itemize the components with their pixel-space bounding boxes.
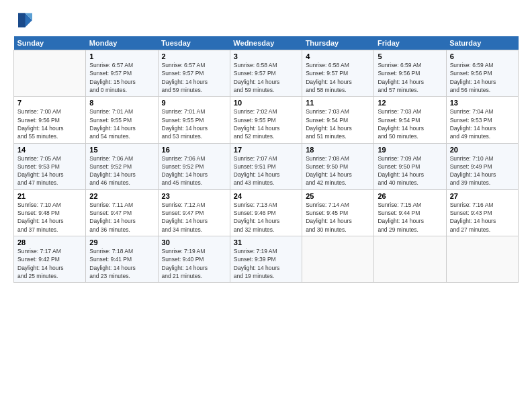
day-number: 2 bbox=[162, 52, 226, 60]
day-info: Sunrise: 7:14 AM Sunset: 9:45 PM Dayligh… bbox=[306, 201, 370, 234]
day-info: Sunrise: 7:04 AM Sunset: 9:53 PM Dayligh… bbox=[450, 107, 515, 140]
svg-marker-1 bbox=[18, 13, 26, 28]
day-number: 24 bbox=[234, 192, 298, 200]
calendar-cell: 2Sunrise: 6:57 AM Sunset: 9:57 PM Daylig… bbox=[158, 50, 230, 97]
header bbox=[13, 11, 519, 30]
calendar-cell: 27Sunrise: 7:16 AM Sunset: 9:43 PM Dayli… bbox=[446, 189, 518, 236]
day-info: Sunrise: 7:17 AM Sunset: 9:42 PM Dayligh… bbox=[17, 247, 82, 280]
day-info: Sunrise: 6:58 AM Sunset: 9:57 PM Dayligh… bbox=[306, 61, 370, 94]
day-info: Sunrise: 7:02 AM Sunset: 9:55 PM Dayligh… bbox=[234, 107, 298, 140]
day-info: Sunrise: 6:59 AM Sunset: 9:56 PM Dayligh… bbox=[450, 61, 515, 94]
day-number: 9 bbox=[162, 99, 226, 107]
day-info: Sunrise: 7:00 AM Sunset: 9:56 PM Dayligh… bbox=[17, 107, 82, 140]
calendar-cell: 3Sunrise: 6:58 AM Sunset: 9:57 PM Daylig… bbox=[230, 50, 302, 97]
col-header-saturday: Saturday bbox=[446, 36, 518, 50]
calendar-cell: 18Sunrise: 7:08 AM Sunset: 9:50 PM Dayli… bbox=[302, 143, 374, 189]
calendar-cell: 19Sunrise: 7:09 AM Sunset: 9:50 PM Dayli… bbox=[374, 143, 446, 189]
day-info: Sunrise: 7:03 AM Sunset: 9:54 PM Dayligh… bbox=[378, 107, 442, 140]
calendar-cell: 9Sunrise: 7:01 AM Sunset: 9:55 PM Daylig… bbox=[158, 97, 230, 143]
calendar-cell: 30Sunrise: 7:19 AM Sunset: 9:40 PM Dayli… bbox=[158, 236, 230, 283]
calendar-cell: 21Sunrise: 7:10 AM Sunset: 9:48 PM Dayli… bbox=[14, 189, 86, 236]
calendar-cell: 5Sunrise: 6:59 AM Sunset: 9:56 PM Daylig… bbox=[374, 50, 446, 97]
day-number: 17 bbox=[234, 146, 298, 154]
day-number: 15 bbox=[89, 146, 154, 154]
calendar-cell: 20Sunrise: 7:10 AM Sunset: 9:49 PM Dayli… bbox=[446, 143, 518, 189]
calendar-cell: 25Sunrise: 7:14 AM Sunset: 9:45 PM Dayli… bbox=[302, 189, 374, 236]
day-info: Sunrise: 7:16 AM Sunset: 9:43 PM Dayligh… bbox=[450, 201, 515, 234]
day-info: Sunrise: 7:18 AM Sunset: 9:41 PM Dayligh… bbox=[89, 247, 154, 280]
col-header-thursday: Thursday bbox=[302, 36, 374, 50]
calendar-table: SundayMondayTuesdayWednesdayThursdayFrid… bbox=[13, 36, 519, 283]
calendar-cell bbox=[14, 50, 86, 97]
logo bbox=[13, 11, 35, 30]
day-info: Sunrise: 6:57 AM Sunset: 9:57 PM Dayligh… bbox=[162, 61, 226, 94]
day-info: Sunrise: 7:15 AM Sunset: 9:44 PM Dayligh… bbox=[378, 201, 442, 234]
day-info: Sunrise: 7:07 AM Sunset: 9:51 PM Dayligh… bbox=[234, 154, 298, 187]
day-info: Sunrise: 7:11 AM Sunset: 9:47 PM Dayligh… bbox=[89, 201, 154, 234]
day-info: Sunrise: 6:59 AM Sunset: 9:56 PM Dayligh… bbox=[378, 61, 442, 94]
week-row-4: 21Sunrise: 7:10 AM Sunset: 9:48 PM Dayli… bbox=[14, 189, 519, 236]
day-number: 25 bbox=[306, 192, 370, 200]
day-number: 13 bbox=[450, 99, 515, 107]
day-info: Sunrise: 6:57 AM Sunset: 9:57 PM Dayligh… bbox=[89, 61, 154, 94]
day-info: Sunrise: 7:05 AM Sunset: 9:53 PM Dayligh… bbox=[17, 154, 82, 187]
day-info: Sunrise: 7:19 AM Sunset: 9:40 PM Dayligh… bbox=[162, 247, 226, 280]
day-number: 16 bbox=[162, 146, 226, 154]
calendar-cell: 7Sunrise: 7:00 AM Sunset: 9:56 PM Daylig… bbox=[14, 97, 86, 143]
day-number: 10 bbox=[234, 99, 298, 107]
day-info: Sunrise: 7:13 AM Sunset: 9:46 PM Dayligh… bbox=[234, 201, 298, 234]
day-number: 19 bbox=[378, 146, 442, 154]
calendar-cell bbox=[302, 236, 374, 283]
page: SundayMondayTuesdayWednesdayThursdayFrid… bbox=[0, 0, 532, 411]
calendar-cell: 22Sunrise: 7:11 AM Sunset: 9:47 PM Dayli… bbox=[86, 189, 158, 236]
calendar-cell: 1Sunrise: 6:57 AM Sunset: 9:57 PM Daylig… bbox=[86, 50, 158, 97]
calendar-cell: 14Sunrise: 7:05 AM Sunset: 9:53 PM Dayli… bbox=[14, 143, 86, 189]
day-info: Sunrise: 7:01 AM Sunset: 9:55 PM Dayligh… bbox=[89, 107, 154, 140]
day-info: Sunrise: 7:09 AM Sunset: 9:50 PM Dayligh… bbox=[378, 154, 442, 187]
day-number: 28 bbox=[17, 238, 82, 246]
day-number: 1 bbox=[89, 52, 154, 60]
calendar-cell: 12Sunrise: 7:03 AM Sunset: 9:54 PM Dayli… bbox=[374, 97, 446, 143]
week-row-5: 28Sunrise: 7:17 AM Sunset: 9:42 PM Dayli… bbox=[14, 236, 519, 283]
col-header-monday: Monday bbox=[86, 36, 158, 50]
day-number: 30 bbox=[162, 238, 226, 246]
calendar-cell: 15Sunrise: 7:06 AM Sunset: 9:52 PM Dayli… bbox=[86, 143, 158, 189]
col-header-friday: Friday bbox=[374, 36, 446, 50]
day-info: Sunrise: 7:12 AM Sunset: 9:47 PM Dayligh… bbox=[162, 201, 226, 234]
day-number: 29 bbox=[89, 238, 154, 246]
day-number: 11 bbox=[306, 99, 370, 107]
day-number: 23 bbox=[162, 192, 226, 200]
calendar-cell bbox=[446, 236, 518, 283]
calendar-cell: 16Sunrise: 7:06 AM Sunset: 9:52 PM Dayli… bbox=[158, 143, 230, 189]
col-header-wednesday: Wednesday bbox=[230, 36, 302, 50]
col-header-tuesday: Tuesday bbox=[158, 36, 230, 50]
calendar-cell: 4Sunrise: 6:58 AM Sunset: 9:57 PM Daylig… bbox=[302, 50, 374, 97]
header-row: SundayMondayTuesdayWednesdayThursdayFrid… bbox=[14, 36, 519, 50]
week-row-2: 7Sunrise: 7:00 AM Sunset: 9:56 PM Daylig… bbox=[14, 97, 519, 143]
calendar-cell: 13Sunrise: 7:04 AM Sunset: 9:53 PM Dayli… bbox=[446, 97, 518, 143]
day-number: 6 bbox=[450, 52, 515, 60]
calendar-cell: 11Sunrise: 7:03 AM Sunset: 9:54 PM Dayli… bbox=[302, 97, 374, 143]
day-number: 14 bbox=[17, 146, 82, 154]
calendar-cell: 10Sunrise: 7:02 AM Sunset: 9:55 PM Dayli… bbox=[230, 97, 302, 143]
day-info: Sunrise: 7:08 AM Sunset: 9:50 PM Dayligh… bbox=[306, 154, 370, 187]
day-number: 5 bbox=[378, 52, 442, 60]
day-info: Sunrise: 7:19 AM Sunset: 9:39 PM Dayligh… bbox=[234, 247, 298, 280]
calendar-cell bbox=[374, 236, 446, 283]
day-info: Sunrise: 7:06 AM Sunset: 9:52 PM Dayligh… bbox=[89, 154, 154, 187]
calendar-cell: 28Sunrise: 7:17 AM Sunset: 9:42 PM Dayli… bbox=[14, 236, 86, 283]
calendar-cell: 23Sunrise: 7:12 AM Sunset: 9:47 PM Dayli… bbox=[158, 189, 230, 236]
calendar-cell: 17Sunrise: 7:07 AM Sunset: 9:51 PM Dayli… bbox=[230, 143, 302, 189]
day-number: 26 bbox=[378, 192, 442, 200]
calendar-cell: 31Sunrise: 7:19 AM Sunset: 9:39 PM Dayli… bbox=[230, 236, 302, 283]
day-info: Sunrise: 6:58 AM Sunset: 9:57 PM Dayligh… bbox=[234, 61, 298, 94]
calendar-cell: 29Sunrise: 7:18 AM Sunset: 9:41 PM Dayli… bbox=[86, 236, 158, 283]
day-number: 31 bbox=[234, 238, 298, 246]
day-number: 21 bbox=[17, 192, 82, 200]
day-number: 8 bbox=[89, 99, 154, 107]
calendar-cell: 8Sunrise: 7:01 AM Sunset: 9:55 PM Daylig… bbox=[86, 97, 158, 143]
col-header-sunday: Sunday bbox=[14, 36, 86, 50]
day-info: Sunrise: 7:10 AM Sunset: 9:48 PM Dayligh… bbox=[17, 201, 82, 234]
day-number: 3 bbox=[234, 52, 298, 60]
day-info: Sunrise: 7:03 AM Sunset: 9:54 PM Dayligh… bbox=[306, 107, 370, 140]
